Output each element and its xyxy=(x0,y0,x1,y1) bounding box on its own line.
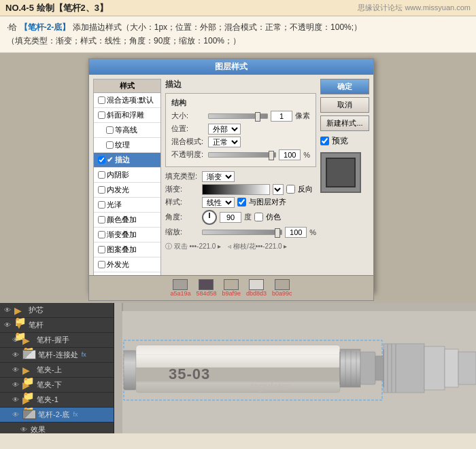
angle-row: 角度: 度 仿色 xyxy=(165,210,316,225)
eye-icon-lianjiechu[interactable]: 👁 xyxy=(11,350,20,359)
eye-icon-woshou[interactable]: 👁 xyxy=(11,335,20,344)
layer-name-biajia-1: 笔夹-1 xyxy=(37,395,58,405)
eye-icon-biegan[interactable]: 👁 xyxy=(3,320,12,329)
color-overlay-checkbox[interactable] xyxy=(98,216,105,223)
layer-row-biegan-2-di[interactable]: 👁 笔杆-2-底 fx xyxy=(0,408,114,423)
preview-checkbox[interactable] xyxy=(320,137,329,145)
instruction-line2: （填充类型：渐变；样式：线性；角度：90度；缩放：100%；） xyxy=(7,34,469,48)
layer-name-huxin: 护芯 xyxy=(29,305,44,315)
style-item-color-overlay[interactable]: 颜色叠加 xyxy=(94,213,160,228)
eye-icon-biajia-1[interactable]: 👁 xyxy=(11,395,20,404)
bevel-checkbox[interactable] xyxy=(98,111,105,119)
layer-row-biajia-1[interactable]: 👁 ▶ 📁 笔夹-1 xyxy=(0,393,114,408)
style-select[interactable]: 线性 xyxy=(202,197,235,208)
gradient-dropdown[interactable] xyxy=(273,184,284,195)
size-slider[interactable] xyxy=(208,113,268,119)
style-item-pattern-overlay[interactable]: 图案叠加 xyxy=(94,243,160,257)
style-item-satin[interactable]: 光泽 xyxy=(94,198,160,213)
svg-rect-17 xyxy=(384,344,424,393)
style-item-blend[interactable]: 混合选项:默认 xyxy=(94,93,160,108)
layer-row-huxin[interactable]: 👁 ▶ 📁 护芯 xyxy=(0,303,114,318)
eye-icon-biegan-2-di[interactable]: 👁 xyxy=(11,410,20,419)
opacity-input[interactable] xyxy=(279,149,301,160)
align-layer-label: 与图层对齐 xyxy=(249,197,286,207)
styles-panel: 样式 混合选项:默认 斜面和浮雕 等高线 xyxy=(93,79,161,288)
blend-checkbox[interactable] xyxy=(98,96,105,104)
swatch-a5a19a[interactable]: a5a19a xyxy=(170,279,190,297)
confirm-button[interactable]: 确定 xyxy=(320,79,369,94)
layer-name-woshou: 笔杆-握手 xyxy=(37,335,69,345)
layer-name-effects: 效果 xyxy=(31,425,46,433)
fill-type-label: 填充类型: xyxy=(165,171,199,181)
style-item-gradient-overlay[interactable]: 渐变叠加 xyxy=(94,228,160,243)
satin-checkbox[interactable] xyxy=(98,201,105,209)
eye-icon-biajia-xia[interactable]: 👁 xyxy=(11,380,20,389)
style-item-stroke[interactable]: ✔ 描边 xyxy=(94,153,160,168)
style-item-outer-glow[interactable]: 外发光 xyxy=(94,257,160,272)
layer-row-woshou[interactable]: 👁 ▶ 📁 笔杆-握手 xyxy=(0,333,114,348)
preview-toggle: 预览 xyxy=(320,135,369,147)
stroke-checkbox[interactable] xyxy=(98,156,105,164)
color-swatches-bar: a5a19a 584d58 b9af9e dbd8d3 b0a99c xyxy=(88,275,374,301)
eye-icon-huxin[interactable]: 👁 xyxy=(3,305,12,315)
gradient-row: 渐变: 反向 xyxy=(165,184,316,195)
blend-mode-row: 混合模式: 正常 xyxy=(171,137,310,147)
eye-icon-biajia-shang[interactable]: 👁 xyxy=(11,365,20,374)
swatch-dbd8d3[interactable]: dbd8d3 xyxy=(246,279,267,297)
inner-glow-checkbox[interactable] xyxy=(98,186,105,194)
angle-label: 角度: xyxy=(165,212,199,222)
eye-icon-effects[interactable]: 👁 xyxy=(19,425,29,433)
layer-row-lianjiechu[interactable]: 👁 笔杆-连接处 fx xyxy=(0,348,114,363)
folder-icon-biajia-xia: ▶ 📁 xyxy=(22,380,35,389)
layer-row-biajia-shang[interactable]: 👁 ▶ 📁 笔夹-上 xyxy=(0,363,114,378)
style-item-texture[interactable]: 纹理 xyxy=(94,138,160,153)
outer-glow-checkbox[interactable] xyxy=(98,261,105,268)
size-input[interactable] xyxy=(271,111,292,122)
blend-mode-select[interactable]: 正常 xyxy=(208,137,241,147)
svg-rect-7 xyxy=(136,367,340,382)
swatch-584d58[interactable]: 584d58 xyxy=(196,279,216,297)
opacity-slider[interactable] xyxy=(208,152,276,158)
faking-checkbox[interactable] xyxy=(254,213,263,221)
site-info: 思缘设计论坛 www.missyuan.com xyxy=(358,3,471,13)
texture-checkbox[interactable] xyxy=(106,141,114,149)
svg-rect-20 xyxy=(458,352,476,384)
svg-rect-18 xyxy=(424,346,445,390)
align-layer-checkbox[interactable] xyxy=(237,198,246,206)
stroke-section-title: 描边 xyxy=(165,79,316,90)
layer-row-effects[interactable]: 👁 效果 xyxy=(0,423,114,433)
fx-lianjiechu: fx xyxy=(82,351,86,358)
buttons-panel: 确定 取消 新建样式... 预览 xyxy=(320,79,369,288)
gradient-preview[interactable] xyxy=(202,184,270,195)
contour-checkbox[interactable] xyxy=(106,126,114,134)
svg-text:35-03: 35-03 xyxy=(169,365,210,382)
layer-row-biegan[interactable]: 👁 ▼ 📁 笔杆 xyxy=(0,318,114,333)
scale-slider[interactable] xyxy=(202,230,282,235)
style-item-inner-glow[interactable]: 内发光 xyxy=(94,183,160,198)
swatch-b0a99c[interactable]: b0a99c xyxy=(272,279,292,297)
cancel-button[interactable]: 取消 xyxy=(320,97,369,113)
fill-type-select[interactable]: 渐变 颜色 图案 xyxy=(202,171,235,182)
position-label: 位置: xyxy=(171,124,205,134)
opacity-row: 不透明度: % xyxy=(171,149,310,160)
title-bar: NO.4-5 绘制【笔杆2、3】 思缘设计论坛 www.missyuan.com xyxy=(0,0,476,16)
reverse-checkbox[interactable] xyxy=(286,185,295,194)
opacity-label: 不透明度: xyxy=(171,149,205,160)
fill-type-row: 填充类型: 渐变 颜色 图案 xyxy=(165,171,316,182)
inner-shadow-checkbox[interactable] xyxy=(98,171,105,179)
style-item-bevel[interactable]: 斜面和浮雕 xyxy=(94,108,160,123)
swatch-b9af9e[interactable]: b9af9e xyxy=(222,279,241,297)
style-item-inner-shadow[interactable]: 内阴影 xyxy=(94,168,160,183)
angle-dial[interactable] xyxy=(202,210,217,225)
scale-input[interactable] xyxy=(285,227,307,238)
folder-icon-woshou: ▶ 📁 xyxy=(22,335,35,344)
bottom-info-row: ⓘ 双击 •••-221.0 ▸ ◃ 柳枝/花•••-221.0 ▸ xyxy=(165,242,316,251)
style-label: 样式: xyxy=(165,197,199,207)
pattern-overlay-checkbox[interactable] xyxy=(98,246,105,253)
layer-row-biajia-xia[interactable]: 👁 ▶ 📁 笔夹-下 xyxy=(0,378,114,393)
position-select[interactable]: 外部 内部 居中 xyxy=(208,124,241,134)
angle-input[interactable] xyxy=(220,212,241,223)
gradient-overlay-checkbox[interactable] xyxy=(98,231,105,238)
style-item-contour[interactable]: 等高线 xyxy=(94,123,160,138)
new-style-button[interactable]: 新建样式... xyxy=(320,115,369,131)
